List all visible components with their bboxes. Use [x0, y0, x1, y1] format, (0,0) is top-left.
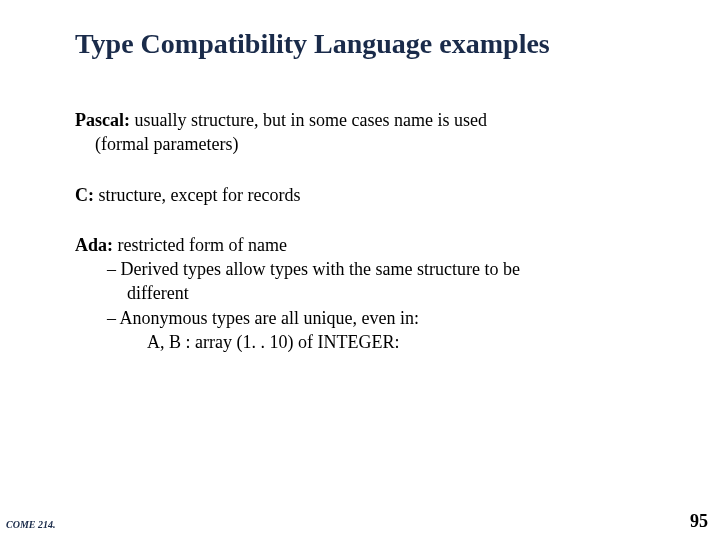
slide-title: Type Compatibility Language examples — [0, 28, 720, 60]
ada-label: Ada: — [75, 235, 113, 255]
slide-content: Pascal: usually structure, but in some c… — [0, 108, 720, 354]
ada-bullet-1a: – Derived types allow types with the sam… — [75, 257, 680, 281]
ada-block: Ada: restricted form of name – Derived t… — [75, 233, 680, 354]
c-label: C: — [75, 185, 94, 205]
footer-course-code: COME 214. — [6, 519, 55, 530]
page-number: 95 — [690, 511, 708, 532]
ada-code: A, B : array (1. . 10) of INTEGER: — [75, 330, 680, 354]
ada-bullet-1b: different — [75, 281, 680, 305]
ada-text: restricted form of name — [113, 235, 287, 255]
slide: Type Compatibility Language examples Pas… — [0, 0, 720, 540]
pascal-text-2: (formal parameters) — [75, 132, 680, 156]
ada-bullet-2: – Anonymous types are all unique, even i… — [75, 306, 680, 330]
pascal-label: Pascal: — [75, 110, 130, 130]
c-block: C: structure, except for records — [75, 183, 680, 207]
pascal-block: Pascal: usually structure, but in some c… — [75, 108, 680, 157]
c-text: structure, except for records — [94, 185, 300, 205]
pascal-text-1: usually structure, but in some cases nam… — [130, 110, 487, 130]
